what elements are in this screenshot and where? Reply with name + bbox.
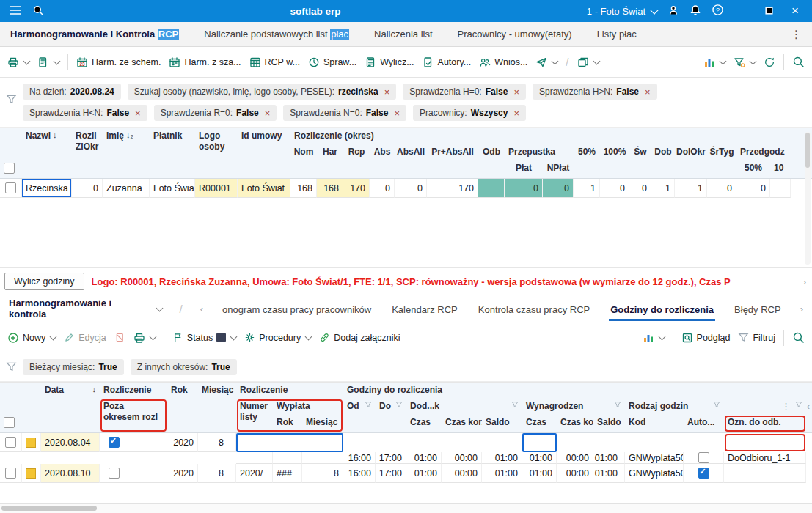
tab-pracownicy-umowy-etaty[interactable]: Pracownicy - umowy(etaty)	[458, 29, 572, 40]
edit-button[interactable]: Edycja	[64, 332, 106, 343]
cell-poza-okresem[interactable]	[100, 464, 167, 483]
col-header-wynagrodzenie-saldo[interactable]: Saldo	[593, 415, 625, 432]
vertical-scrollbar[interactable]	[805, 132, 811, 265]
col-header-absall[interactable]: AbsAll	[395, 144, 427, 178]
filter-button[interactable]: Filtruj	[738, 332, 775, 343]
row-checkbox[interactable]	[0, 433, 22, 452]
cell-imie[interactable]: Zuzanna	[103, 179, 150, 198]
remove-filter-icon[interactable]: ×	[384, 87, 390, 97]
cell-numer-listy[interactable]: 2020/	[236, 464, 273, 483]
filter-chip-sprawdzenia-hltn[interactable]: Sprawdzenia H<N:False×	[23, 105, 147, 121]
copy-view-button[interactable]	[577, 56, 599, 68]
cell-abs[interactable]: 0	[370, 179, 395, 198]
cell-data[interactable]: 2020.08.10	[41, 464, 100, 483]
hours-row[interactable]: 2020.08.10 2020 8 2020/ ### 8 16:00 17:0…	[0, 464, 812, 483]
scrollbar-thumb[interactable]	[1, 506, 97, 511]
cell-wyplata-miesiac[interactable]: 8	[302, 464, 343, 483]
employee-row[interactable]: Rzecińska 0 Zuzanna Foto Świat R00001 Fo…	[0, 179, 812, 198]
cell-dob[interactable]: 1	[651, 179, 675, 198]
tab-listy-plac[interactable]: Listy płac	[597, 29, 637, 40]
filter-chip-pracownicy[interactable]: Pracownicy:Wszyscy×	[413, 105, 526, 121]
chart-button[interactable]	[643, 332, 665, 344]
cell-nom[interactable]: 168	[290, 179, 317, 198]
col-header-dob[interactable]: Dob	[651, 144, 675, 178]
tab-kontrola-czasu-pracy-rcp[interactable]: Kontrola czasu pracy RCP	[477, 297, 591, 321]
col-header-50[interactable]: 50%	[574, 144, 600, 178]
col-header-ozn-do-odb[interactable]: Ozn. do odb.	[724, 415, 806, 432]
column-filter-icon[interactable]	[365, 401, 372, 408]
cell-przedgodz-50[interactable]: 0	[736, 179, 770, 198]
col-header-100[interactable]: 100%	[600, 144, 629, 178]
tab-naliczenia-list[interactable]: Naliczenia list	[374, 29, 432, 40]
col-header-wynagrodzenie-czas-kor[interactable]: Czas kor	[557, 415, 593, 432]
cell-har[interactable]: 168	[317, 179, 343, 198]
cell-poza-okresem[interactable]	[100, 433, 167, 452]
col-header-dodatek-czas[interactable]: Czas	[406, 415, 442, 432]
cell-rok[interactable]: 2020	[167, 464, 198, 483]
cell-do[interactable]: 17:00	[376, 452, 406, 464]
filter-chip-biezacy-miesiac[interactable]: Bieżący miesiąc:True	[23, 359, 124, 375]
cell-wyplata-rok[interactable]	[273, 452, 302, 464]
maximize-button[interactable]	[761, 1, 777, 21]
remove-filter-icon[interactable]: ×	[394, 108, 400, 118]
minimize-button[interactable]: —	[734, 1, 750, 21]
col-header-wynagrodzenie-czas[interactable]: Czas	[522, 415, 557, 432]
cell-dodatek-saldo[interactable]: 01:00	[482, 452, 522, 464]
col-header-rcp[interactable]: Rcp	[343, 144, 370, 178]
search-records-button[interactable]	[792, 331, 805, 344]
delete-button[interactable]	[114, 332, 125, 343]
cell-dodatek-czas[interactable]: 01:00	[406, 452, 442, 464]
cell-miesiac[interactable]: 8	[198, 433, 236, 452]
print-button[interactable]	[133, 332, 156, 344]
filter-chip-szukaj-osoby[interactable]: Szukaj osoby (nazwisko, imię, logo osoby…	[128, 84, 397, 100]
cell-wyplata-miesiac[interactable]	[302, 452, 343, 464]
cell-auto[interactable]	[684, 452, 724, 464]
cell-miesiac[interactable]: 8	[198, 464, 236, 483]
wnioski-button[interactable]: Wnios...	[479, 56, 527, 68]
col-header-dolokr[interactable]: DolOkr	[675, 144, 707, 178]
cell-100[interactable]: 0	[600, 179, 629, 198]
col-header-sw[interactable]: Św	[629, 144, 651, 178]
col-header-kod[interactable]: Kod	[625, 415, 684, 432]
cell-odb[interactable]	[478, 179, 505, 198]
cell-auto[interactable]	[684, 464, 724, 483]
col-header-data[interactable]: Data↓	[41, 383, 100, 432]
cell-wynagrodzenie-czas-kor[interactable]: 00:00	[557, 452, 593, 464]
cell-rozli[interactable]: 0	[72, 179, 103, 198]
column-filter-icon[interactable]	[395, 401, 403, 408]
harmonogram-ze-schematu-button[interactable]: 23Harm. ze schem.	[76, 56, 161, 68]
cell-od[interactable]: 16:00	[343, 464, 376, 483]
more-icon[interactable]: ⋮	[781, 401, 791, 413]
col-header-imie[interactable]: Imię↓₂	[103, 128, 150, 178]
cell-kod[interactable]: GNWyplata50	[625, 464, 684, 483]
col-header-miesiac[interactable]: Miesiąc	[198, 383, 236, 432]
cell-rcp[interactable]: 170	[343, 179, 370, 198]
checkbox-checked-icon[interactable]	[698, 468, 709, 479]
more-tabs-icon[interactable]: ⋮	[791, 28, 802, 41]
checkbox-icon[interactable]	[4, 417, 15, 428]
checkbox-icon[interactable]	[4, 163, 15, 174]
search-records-button[interactable]	[792, 56, 805, 68]
cell-numer-listy[interactable]	[236, 452, 273, 464]
filter-chip-sprawdzenia-r0[interactable]: Sprawdzenia R=0:False×	[154, 105, 277, 121]
col-header-przedgodz-50[interactable]: 50%	[736, 160, 770, 178]
remove-filter-icon[interactable]: ×	[135, 108, 141, 118]
cell-wynagrodzenie-czas[interactable]: 01:00	[522, 464, 557, 483]
cell-50[interactable]: 1	[574, 179, 600, 198]
rcp-button[interactable]: RCP w...	[249, 56, 300, 68]
filter-chip-z-innych-okresow[interactable]: Z innych okresów:True	[131, 359, 237, 375]
new-button[interactable]: Nowy	[7, 332, 56, 344]
cell-przedgodz-100[interactable]	[770, 179, 791, 198]
status-button[interactable]: Status	[172, 332, 236, 343]
col-header-logo-osoby[interactable]: Logoosoby	[195, 128, 238, 178]
scrollbar-thumb[interactable]	[805, 133, 810, 168]
cell-wynagrodzenie-saldo[interactable]: 01:00	[593, 464, 625, 483]
col-header-platnik[interactable]: Płatnik	[150, 128, 195, 178]
scroll-right-icon[interactable]: ›	[800, 303, 803, 314]
cell-absall[interactable]: 0	[395, 179, 427, 198]
col-header-poza-okresem[interactable]: Pozaokresem rozl	[100, 399, 167, 432]
tab-godziny-do-rozliczenia[interactable]: Godziny do rozliczenia	[609, 297, 715, 321]
checkbox-checked-icon[interactable]	[109, 437, 120, 448]
col-header-prabsall[interactable]: Pr+AbsAll	[427, 144, 478, 178]
remove-filter-icon[interactable]: ×	[645, 87, 651, 97]
